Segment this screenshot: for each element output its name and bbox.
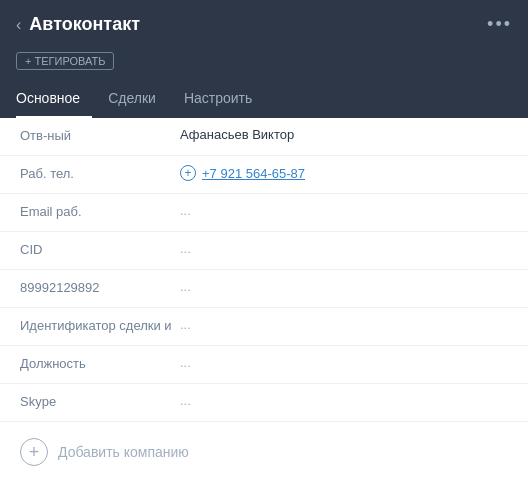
more-menu-button[interactable]: ••• [487,14,512,35]
field-label-position: Должность [20,355,180,371]
field-label-phone: Раб. тел. [20,165,180,181]
content: Отв-ный Афанасьев Виктор Раб. тел. + +7 … [0,118,528,503]
field-row-phone2: 89992129892 ... [0,270,528,308]
field-value-responsible[interactable]: Афанасьев Виктор [180,127,294,142]
field-row-email: Email раб. ... [0,194,528,232]
add-company-label: Добавить компанию [58,444,189,460]
back-button[interactable]: ‹ [16,16,21,34]
field-row-phone: Раб. тел. + +7 921 564-65-87 [0,156,528,194]
add-phone-icon[interactable]: + [180,165,196,181]
field-row-responsible: Отв-ный Афанасьев Виктор [0,118,528,156]
tag-area: + ТЕГИРОВАТЬ [0,45,528,82]
field-label-deal-id: Идентификатор сделки и [20,317,180,333]
phone-link[interactable]: +7 921 564-65-87 [202,166,305,181]
tab-settings[interactable]: Настроить [184,82,264,118]
field-value-position[interactable]: ... [180,355,191,370]
field-row-position: Должность ... [0,346,528,384]
field-row-deal-id: Идентификатор сделки и ... [0,308,528,346]
field-value-skype[interactable]: ... [180,393,191,408]
add-company-icon: + [20,438,48,466]
header-left: ‹ Автоконтакт [16,14,140,35]
field-value-email[interactable]: ... [180,203,191,218]
field-label-cid: CID [20,241,180,257]
tab-basic[interactable]: Основное [16,82,92,118]
header: ‹ Автоконтакт ••• [0,0,528,45]
panel: ‹ Автоконтакт ••• + ТЕГИРОВАТЬ Основное … [0,0,528,503]
field-value-deal-id[interactable]: ... [180,317,191,332]
field-value-phone2[interactable]: ... [180,279,191,294]
tag-button[interactable]: + ТЕГИРОВАТЬ [16,52,114,70]
field-value-phone: + +7 921 564-65-87 [180,165,305,181]
page-title: Автоконтакт [29,14,140,35]
tabs: Основное Сделки Настроить [0,82,528,118]
field-label-skype: Skype [20,393,180,409]
field-value-cid[interactable]: ... [180,241,191,256]
field-label-email: Email раб. [20,203,180,219]
field-label-responsible: Отв-ный [20,127,180,143]
tab-deals[interactable]: Сделки [108,82,168,118]
add-company-button[interactable]: + Добавить компанию [0,422,528,482]
field-row-skype: Skype ... [0,384,528,422]
field-label-phone2: 89992129892 [20,279,180,295]
field-row-cid: CID ... [0,232,528,270]
